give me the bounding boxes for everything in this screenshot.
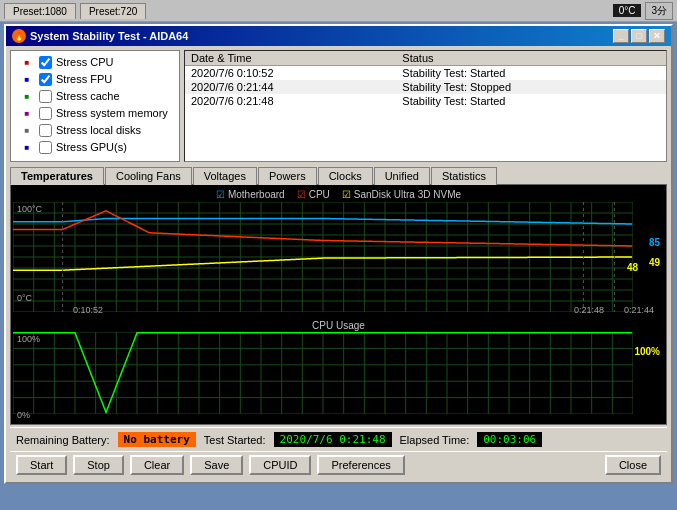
cpuid-button[interactable]: CPUID [249,455,311,475]
temp-x2: 0:21:48 [574,305,604,315]
time-badge: 3分 [645,2,673,20]
log-datetime-2: 2020/7/6 0:21:44 [185,80,396,94]
stress-gpu-row: ■ Stress GPU(s) [19,140,171,154]
minimize-button[interactable]: _ [613,29,629,43]
battery-value: No battery [118,432,196,447]
started-value: 2020/7/6 0:21:48 [274,432,392,447]
log-row-1: 2020/7/6 0:10:52 Stability Test: Started [185,66,666,81]
stress-fpu-row: ■ Stress FPU [19,72,171,86]
log-row-2: 2020/7/6 0:21:44 Stability Test: Stopped [185,80,666,94]
temp-y-bottom: 0°C [17,293,32,303]
stress-gpu-checkbox[interactable] [39,141,52,154]
log-col-status: Status [396,51,666,66]
fpu-icon: ■ [19,72,35,86]
ssd-check: ☑ [342,189,351,200]
cpu-check: ☑ [297,189,306,200]
stop-button[interactable]: Stop [73,455,124,475]
main-window: 🔥 System Stability Test - AIDA64 _ □ ✕ ■… [4,24,673,484]
button-bar: Start Stop Clear Save CPUID Preferences … [10,451,667,478]
stress-options-panel: ■ Stress CPU ■ Stress FPU ■ Stress cache… [10,50,180,162]
tab-temperatures[interactable]: Temperatures [10,167,104,185]
temp-chart-wrapper: 100°C 0°C 0:10:52 0:21:48 0:21:44 85 49 … [13,202,664,317]
log-row-3: 2020/7/6 0:21:48 Stability Test: Started [185,94,666,108]
temp-value-85: 85 [649,237,660,248]
stress-gpu-label: Stress GPU(s) [56,141,127,153]
memory-icon: ■ [19,106,35,120]
cpu-chart-title: CPU Usage [13,319,664,332]
disk-icon: ■ [19,123,35,137]
log-col-datetime: Date & Time [185,51,396,66]
stress-fpu-checkbox[interactable] [39,73,52,86]
gpu-icon: ■ [19,140,35,154]
tab-statistics[interactable]: Statistics [431,167,497,185]
stress-disk-row: ■ Stress local disks [19,123,171,137]
log-status-3: Stability Test: Started [396,94,666,108]
stress-fpu-label: Stress FPU [56,73,112,85]
cpu-icon: ■ [19,55,35,69]
battery-label: Remaining Battery: [16,434,110,446]
cpu-value-100: 100% [634,346,660,357]
preset2-tab[interactable]: Preset:720 [80,3,146,19]
chart-legend: ☑ Motherboard ☑ CPU ☑ SanDisk Ultra 3D N… [13,187,664,202]
temp-x1: 0:10:52 [73,305,103,315]
tab-clocks[interactable]: Clocks [318,167,373,185]
clear-button[interactable]: Clear [130,455,184,475]
window-title: System Stability Test - AIDA64 [30,30,188,42]
stress-cpu-checkbox[interactable] [39,56,52,69]
preset1-tab[interactable]: Preset:1080 [4,3,76,19]
cache-icon: ■ [19,89,35,103]
preferences-button[interactable]: Preferences [317,455,404,475]
stress-cache-checkbox[interactable] [39,90,52,103]
legend-motherboard: ☑ Motherboard [216,189,285,200]
stress-cpu-label: Stress CPU [56,56,113,68]
started-label: Test Started: [204,434,266,446]
close-button[interactable]: ✕ [649,29,665,43]
temp-value-49: 48 [627,262,638,273]
stress-cache-row: ■ Stress cache [19,89,171,103]
app-icon: 🔥 [12,29,26,43]
tab-cooling-fans[interactable]: Cooling Fans [105,167,192,185]
temp-x3: 0:21:44 [624,305,654,315]
charts-area: ☑ Motherboard ☑ CPU ☑ SanDisk Ultra 3D N… [10,184,667,425]
maximize-button[interactable]: □ [631,29,647,43]
stress-memory-row: ■ Stress system memory [19,106,171,120]
cpu-chart-wrapper: CPU Usage 100% 0% 100% [13,319,664,422]
save-button[interactable]: Save [190,455,243,475]
log-panel: Date & Time Status 2020/7/6 0:10:52 Stab… [184,50,667,162]
stress-cpu-row: ■ Stress CPU [19,55,171,69]
stress-disk-checkbox[interactable] [39,124,52,137]
tab-bar: Temperatures Cooling Fans Voltages Power… [10,166,667,184]
temp-y-top: 100°C [17,204,42,214]
temperature-chart: 100°C 0°C 0:10:52 0:21:48 0:21:44 85 49 … [13,202,664,317]
stress-memory-label: Stress system memory [56,107,168,119]
temp-badge: 0°C [613,4,642,17]
taskbar: Preset:1080 Preset:720 0°C 3分 [0,0,677,22]
cpu-y-bottom: 0% [17,410,30,420]
legend-cpu: ☑ CPU [297,189,330,200]
main-close-button[interactable]: Close [605,455,661,475]
elapsed-label: Elapsed Time: [400,434,470,446]
mb-check: ☑ [216,189,225,200]
log-status-2: Stability Test: Stopped [396,80,666,94]
cpu-label: CPU [309,189,330,200]
stress-memory-checkbox[interactable] [39,107,52,120]
ssd-label: SanDisk Ultra 3D NVMe [354,189,461,200]
start-button[interactable]: Start [16,455,67,475]
cpu-usage-chart: 100% 0% 100% [13,332,664,422]
tab-unified[interactable]: Unified [374,167,430,185]
elapsed-value: 00:03:06 [477,432,542,447]
log-datetime-3: 2020/7/6 0:21:48 [185,94,396,108]
stress-disk-label: Stress local disks [56,124,141,136]
stress-cache-label: Stress cache [56,90,120,102]
log-status-1: Stability Test: Started [396,66,666,81]
content-area: ■ Stress CPU ■ Stress FPU ■ Stress cache… [6,46,671,482]
title-left: 🔥 System Stability Test - AIDA64 [12,29,188,43]
cpu-y-top: 100% [17,334,40,344]
tab-voltages[interactable]: Voltages [193,167,257,185]
log-table: Date & Time Status 2020/7/6 0:10:52 Stab… [185,51,666,108]
legend-ssd: ☑ SanDisk Ultra 3D NVMe [342,189,461,200]
log-datetime-1: 2020/7/6 0:10:52 [185,66,396,81]
title-bar: 🔥 System Stability Test - AIDA64 _ □ ✕ [6,26,671,46]
status-bar: Remaining Battery: No battery Test Start… [10,427,667,451]
tab-powers[interactable]: Powers [258,167,317,185]
